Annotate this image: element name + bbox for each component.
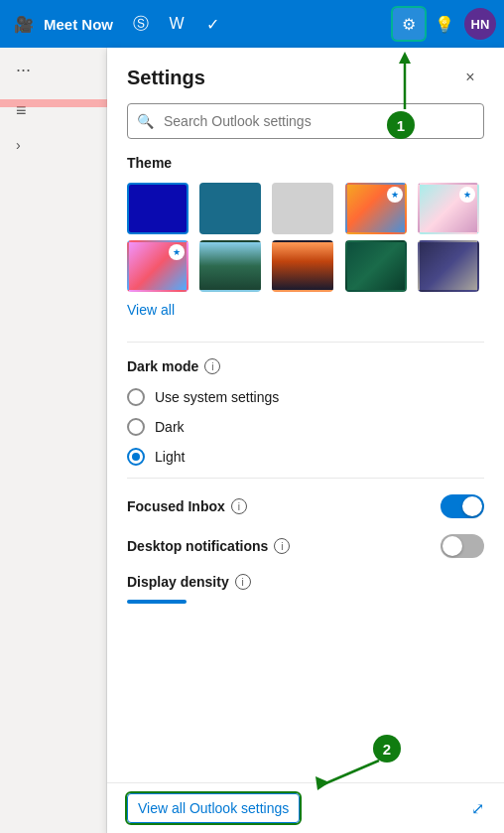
desktop-notifications-row: Desktop notifications i [127,534,484,558]
display-density-label: Display density [127,574,229,590]
search-input[interactable] [127,103,484,139]
focused-inbox-toggle[interactable] [441,494,484,518]
dark-mode-row: Dark mode i [127,358,484,374]
theme-grid: ★ ★ ★ [127,183,484,292]
word-icon[interactable]: W [161,8,192,40]
view-all-themes-link[interactable]: View all [127,302,175,318]
avatar[interactable]: HN [464,8,496,40]
gear-icon[interactable]: ⚙ [393,8,425,40]
theme-swatch-blue[interactable] [127,183,189,234]
radio-dark-circle [127,418,145,436]
focused-inbox-label: Focused Inbox [127,498,225,514]
theme-swatch-innovation[interactable] [418,240,479,292]
settings-footer: View all Outlook settings ⤢ [107,782,504,833]
radio-dark-label: Dark [155,419,185,435]
settings-content: Theme ★ ★ ★ View all Dark mode [107,155,504,782]
radio-system-label: Use system settings [155,389,279,405]
toggle-knob [462,496,482,516]
topbar: 🎥 Meet Now Ⓢ W ✓ ⚙ 💡 HN [0,0,504,48]
settings-panel: Settings × 🔍 Theme ★ ★ ★ [107,48,504,833]
dark-mode-info-icon[interactable]: i [204,358,220,374]
theme-swatch-circuit[interactable] [345,240,407,292]
svg-marker-3 [315,776,329,790]
search-icon: 🔍 [137,113,154,129]
theme-swatch-mountain[interactable] [199,240,261,292]
skype-icon[interactable]: Ⓢ [125,8,157,40]
search-container: 🔍 [127,103,484,139]
callout-2-arrow [308,757,387,796]
desktop-notifications-label: Desktop notifications [127,538,268,554]
view-all-settings-link[interactable]: View all Outlook settings [127,793,300,823]
divider-2 [127,478,484,479]
radio-system[interactable]: Use system settings [127,388,484,406]
video-icon[interactable]: 🎥 [8,8,40,40]
focused-inbox-info-icon[interactable]: i [231,498,247,514]
lightbulb-icon[interactable]: 💡 [429,8,460,40]
divider-1 [127,342,484,343]
desktop-notifications-left: Desktop notifications i [127,538,290,554]
sidebar-dots[interactable]: ··· [0,48,106,92]
theme-swatch-sunset[interactable]: ★ [345,183,407,234]
star-badge: ★ [387,187,403,203]
settings-title: Settings [127,67,205,89]
display-density-info-icon[interactable]: i [235,574,251,590]
theme-swatch-colorful[interactable]: ★ [127,240,189,292]
svg-marker-1 [399,52,411,64]
settings-header: Settings × [107,48,504,103]
theme-label: Theme [127,155,484,171]
star-badge: ★ [459,187,475,203]
tasks-icon[interactable]: ✓ [196,8,228,40]
theme-swatch-teal[interactable] [199,183,261,234]
sidebar-lines[interactable]: ≡ [0,92,106,129]
dark-mode-label: Dark mode [127,358,198,374]
close-button[interactable]: × [456,64,484,91]
theme-swatch-gray[interactable] [272,183,333,234]
sidebar-chevron[interactable]: › [0,129,106,161]
toggle-knob [442,536,462,556]
external-link-icon[interactable]: ⤢ [471,799,484,818]
callout-1: 1 [387,111,415,139]
meet-now-label: Meet Now [44,16,113,33]
left-sidebar: ··· ≡ › [0,48,107,833]
radio-light[interactable]: Light [127,448,484,466]
radio-light-circle [127,448,145,466]
theme-swatch-sunset2[interactable] [272,240,333,292]
density-bar [127,600,187,604]
desktop-notifications-toggle[interactable] [441,534,484,558]
radio-system-circle [127,388,145,406]
focused-inbox-left: Focused Inbox i [127,498,247,514]
focused-inbox-row: Focused Inbox i [127,494,484,518]
desktop-notifications-info-icon[interactable]: i [274,538,290,554]
display-density-row: Display density i [127,574,484,590]
pink-bar [0,99,107,107]
callout-1-arrow [395,52,415,113]
radio-dark[interactable]: Dark [127,418,484,436]
radio-light-label: Light [155,449,185,465]
theme-swatch-rainbow[interactable]: ★ [418,183,479,234]
star-badge: ★ [169,244,185,260]
svg-line-2 [323,761,379,784]
